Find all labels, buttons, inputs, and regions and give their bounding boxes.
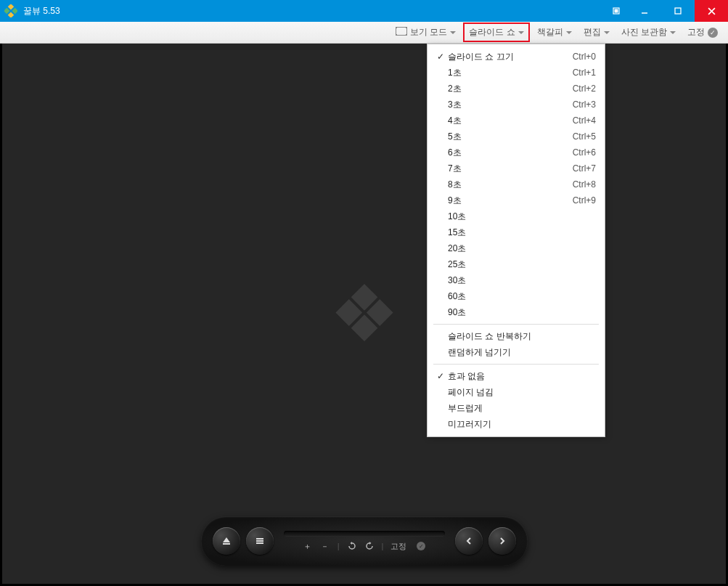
window-title: 꿀뷰 5.53 (23, 5, 60, 17)
chevron-down-icon (518, 31, 524, 34)
dropdown-item-shortcut: Ctrl+1 (573, 68, 596, 78)
window-minimize-button[interactable] (628, 0, 661, 22)
dropdown-item-label: 미끄러지기 (448, 418, 596, 431)
svg-rect-7 (675, 8, 681, 14)
dropdown-item[interactable]: 랜덤하게 넘기기 (428, 344, 605, 360)
control-icon-row: ＋ － | | 고정 ✓ (284, 541, 445, 552)
prev-button[interactable] (455, 527, 483, 555)
dropdown-item[interactable]: 5초Ctrl+5 (428, 129, 605, 145)
toolbar-bookmark[interactable]: 책갈피 (533, 24, 576, 41)
viewmode-icon (396, 27, 407, 38)
svg-rect-11 (396, 27, 397, 28)
dropdown-item-shortcut: Ctrl+7 (573, 163, 596, 174)
dropdown-item-label: 슬라이드 쇼 끄기 (448, 51, 573, 63)
dropdown-item[interactable]: 페이지 넘김 (428, 384, 605, 400)
placeholder-logo-icon (332, 280, 397, 348)
dropdown-item-label: 25초 (448, 259, 596, 271)
dropdown-item-shortcut: Ctrl+9 (573, 195, 596, 205)
dropdown-item-shortcut: Ctrl+0 (573, 52, 596, 62)
svg-rect-2 (4, 8, 10, 14)
dropdown-item[interactable]: 15초 (428, 224, 605, 240)
dropdown-item-label: 8초 (448, 179, 573, 191)
dropdown-item-shortcut: Ctrl+3 (573, 99, 596, 110)
rotate-right-icon[interactable] (364, 541, 375, 551)
chevron-down-icon (566, 31, 572, 34)
svg-marker-19 (223, 537, 230, 542)
check-icon: ✓ (433, 371, 448, 381)
dropdown-item[interactable]: 1초Ctrl+1 (428, 65, 605, 81)
dropdown-item-shortcut: Ctrl+5 (573, 131, 596, 142)
dropdown-item[interactable]: 20초 (428, 240, 605, 256)
progress-slider[interactable] (284, 531, 445, 537)
dropdown-item-label: 페이지 넘김 (448, 386, 596, 399)
menu-button[interactable] (246, 527, 274, 555)
window-maximize-button[interactable] (661, 0, 695, 22)
separator (433, 324, 599, 325)
eject-button[interactable] (213, 527, 240, 555)
dropdown-item-label: 5초 (448, 131, 573, 143)
svg-rect-1 (12, 8, 17, 14)
svg-marker-24 (350, 542, 352, 545)
check-icon: ✓ (433, 52, 448, 62)
dropdown-item-label: 9초 (448, 195, 573, 207)
dropdown-item[interactable]: ✓슬라이드 쇼 끄기Ctrl+0 (428, 49, 605, 65)
dropdown-item-label: 랜덤하게 넘기기 (448, 346, 596, 359)
next-button[interactable] (488, 527, 516, 555)
toolbar-slideshow[interactable]: 슬라이드 쇼 (463, 23, 529, 42)
dropdown-item[interactable]: 3초Ctrl+3 (428, 97, 605, 113)
window-tray-button[interactable] (605, 0, 628, 22)
app-logo-icon (4, 4, 17, 17)
dropdown-item[interactable]: 미끄러지기 (428, 416, 605, 432)
controlbar-pin-label[interactable]: 고정 (390, 541, 406, 552)
toolbar-viewmode-label: 보기 모드 (410, 26, 447, 38)
dropdown-item[interactable]: 4초Ctrl+4 (428, 113, 605, 129)
dropdown-item[interactable]: 25초 (428, 256, 605, 272)
window-close-button[interactable] (695, 0, 728, 22)
check-circle-icon: ✓ (417, 542, 425, 550)
dropdown-item[interactable]: 30초 (428, 272, 605, 288)
svg-rect-0 (8, 4, 14, 10)
toolbar-slideshow-label: 슬라이드 쇼 (469, 26, 515, 38)
rotate-left-icon[interactable] (347, 541, 357, 551)
toolbar-bookmark-label: 책갈피 (537, 26, 563, 38)
dropdown-item-label: 10초 (448, 211, 596, 223)
toolbar-edit[interactable]: 편집 (579, 24, 614, 41)
dropdown-item-label: 20초 (448, 243, 596, 255)
zoom-out-icon[interactable]: － (320, 541, 330, 551)
dropdown-item-label: 15초 (448, 227, 596, 239)
dropdown-item-label: 30초 (448, 274, 596, 287)
zoom-in-icon[interactable]: ＋ (303, 541, 313, 551)
dropdown-item-label: 60초 (448, 290, 596, 303)
toolbar-edit-label: 편집 (584, 26, 601, 38)
toolbar-photostorage[interactable]: 사진 보관함 (617, 24, 680, 41)
dropdown-item[interactable]: ✓효과 없음 (428, 368, 605, 384)
dropdown-item-label: 3초 (448, 99, 573, 111)
dropdown-item[interactable]: 8초Ctrl+8 (428, 176, 605, 192)
dropdown-item[interactable]: 60초 (428, 288, 605, 304)
dropdown-item-label: 부드럽게 (448, 402, 596, 415)
toolbar-pin[interactable]: 고정 ✓ (683, 24, 722, 41)
dropdown-item[interactable]: 10초 (428, 208, 605, 224)
dropdown-item[interactable]: 7초Ctrl+7 (428, 160, 605, 176)
dropdown-item-label: 90초 (448, 306, 596, 319)
dropdown-item[interactable]: 6초Ctrl+6 (428, 145, 605, 160)
dropdown-item[interactable]: 90초 (428, 304, 605, 320)
svg-marker-25 (369, 542, 372, 545)
toolbar-viewmode[interactable]: 보기 모드 (391, 24, 460, 41)
dropdown-item[interactable]: 9초Ctrl+9 (428, 192, 605, 208)
dropdown-item-label: 2초 (448, 83, 573, 95)
toolbar: 보기 모드 슬라이드 쇼 책갈피 편집 사진 보관함 고정 ✓ (0, 22, 728, 44)
svg-rect-13 (396, 34, 397, 36)
dropdown-item[interactable]: 부드럽게 (428, 400, 605, 416)
control-bar: ＋ － | | 고정 ✓ (201, 516, 528, 566)
svg-rect-5 (615, 9, 618, 12)
dropdown-item[interactable]: 2초Ctrl+2 (428, 81, 605, 97)
chevron-down-icon (604, 31, 610, 34)
slider-area: ＋ － | | 고정 ✓ (279, 531, 449, 552)
dropdown-item-label: 6초 (448, 147, 573, 159)
dropdown-item-label: 7초 (448, 163, 573, 175)
separator (433, 364, 599, 365)
chevron-down-icon (450, 31, 456, 34)
image-viewport[interactable] (2, 44, 726, 584)
dropdown-item[interactable]: 슬라이드 쇼 반복하기 (428, 328, 605, 344)
